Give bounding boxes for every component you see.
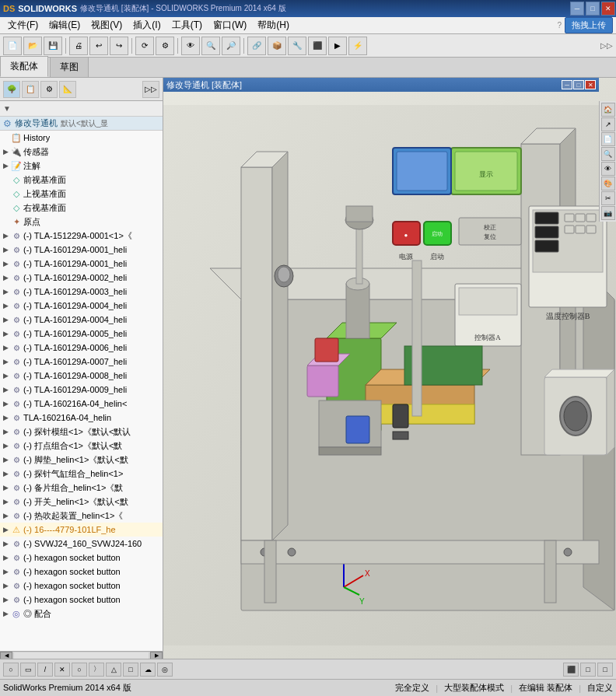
zoom-btn[interactable]: ↗ [601, 117, 615, 131]
list-item[interactable]: ▶ ⚙ (-) TLA-160129A-0002_heli [0, 271, 163, 285]
list-item[interactable]: ▶ ⚙ (-) 备片组合_helin<1>《默 [0, 481, 163, 495]
list-item[interactable]: ▶ ⚙ (-) TLA-160129A-0004_heli [0, 299, 163, 313]
list-item[interactable]: ▶ ⚙ (-) TLA-160129A-0004_heli [0, 313, 163, 327]
menu-item-help[interactable]: 帮助(H) [253, 17, 294, 33]
list-item[interactable]: ▶ ⚙ (-) TLA-160129A-0003_heli [0, 285, 163, 299]
display-style-btn[interactable]: 🔍 [601, 147, 615, 161]
tree-root-label[interactable]: 修改导通机 [15, 117, 58, 129]
new-button[interactable]: 📄 [3, 37, 22, 55]
dim-xpert-icon[interactable]: 📐 [59, 81, 76, 98]
options-button[interactable]: ⚙ [156, 37, 174, 55]
tree-item-top-plane[interactable]: ◇ 上视基准面 [0, 187, 163, 201]
list-item[interactable]: ▶ ⚙ (-) TLA-160129A-0001_heli [0, 243, 163, 257]
appearance-btn[interactable]: 🎨 [601, 177, 615, 191]
menu-item-file[interactable]: 文件(F) [3, 17, 43, 33]
menu-item-insert[interactable]: 插入(I) [128, 17, 165, 33]
mate-button[interactable]: 🔗 [247, 37, 266, 55]
save-button[interactable]: 💾 [44, 37, 62, 55]
menu-item-tools[interactable]: 工具(T) [167, 17, 207, 33]
sketch-trim-btn[interactable]: △ [106, 663, 121, 677]
list-item[interactable]: ▶ ⚙ (-) TLA-160216A-04_helin< [0, 397, 163, 411]
tab-assembly[interactable]: 装配体 [0, 56, 48, 77]
menu-item-view[interactable]: 视图(V) [86, 17, 127, 33]
tree-item-front-plane[interactable]: ◇ 前视基准面 [0, 173, 163, 187]
redo-button[interactable]: ↪ [110, 37, 128, 55]
list-item[interactable]: ▶ ⚙ (-) TLA-160129A-0005_heli [0, 327, 163, 341]
sketch-circle-btn[interactable]: ○ [3, 663, 19, 677]
motion-button[interactable]: ▶ [328, 37, 347, 55]
sketch-fill-btn[interactable]: □ [580, 663, 596, 677]
upload-button[interactable]: 拖拽上传 [565, 17, 613, 33]
list-item[interactable]: ▶ ⚙ (-) 探针模组<1>《默认<默认 [0, 425, 163, 439]
pattern-button[interactable]: ⬛ [308, 37, 327, 55]
close-button[interactable]: ✕ [601, 2, 615, 16]
undo-button[interactable]: ↩ [89, 37, 108, 55]
view-box-btn[interactable]: □ [597, 663, 613, 677]
menu-item-edit[interactable]: 编辑(E) [44, 17, 85, 33]
menu-item-window[interactable]: 窗口(W) [208, 17, 251, 33]
assembly-button[interactable]: 🔧 [288, 37, 306, 55]
list-item[interactable]: ▶ ⚙ (-) hexagon socket button [0, 593, 163, 607]
tree-default-label[interactable]: 默认<默认_显 [61, 118, 108, 129]
sketch-convert-btn[interactable]: ☁ [140, 663, 156, 677]
list-item[interactable]: ▶ ⚙ (-) hexagon socket button [0, 565, 163, 579]
view-button-2[interactable]: 🔍 [201, 37, 220, 55]
property-manager-icon[interactable]: 📋 [22, 81, 39, 98]
hide-show-btn[interactable]: 👁 [601, 162, 615, 176]
camera-btn[interactable]: 📷 [601, 206, 615, 220]
maximize-button[interactable]: □ [586, 2, 600, 16]
inner-minimize-btn[interactable]: ─ [562, 80, 572, 89]
home-view-btn[interactable]: 🏠 [601, 103, 615, 117]
list-item[interactable]: ▶ ⚙ (-) TLA-160129A-0001_heli [0, 257, 163, 271]
list-item[interactable]: ▶ ⚙ (-) hexagon socket button [0, 551, 163, 565]
tree-item-origin[interactable]: ✦ 原点 [0, 215, 163, 229]
list-item-warning[interactable]: ▶ ⚠ (-) 16----4779-101LF_he [0, 523, 163, 537]
scroll-left-btn[interactable]: ◀ [0, 652, 12, 659]
sketch-relation-btn[interactable]: ◎ [157, 663, 173, 677]
section-view-btn[interactable]: ✂ [601, 191, 615, 205]
list-item[interactable]: ▶ ⚙ (-) 探针气缸组合_helin<1> [0, 467, 163, 481]
inner-close-btn[interactable]: ✕ [585, 80, 596, 89]
list-item[interactable]: ▶ ⚙ (-) TLA-151229A-0001<1>《 [0, 229, 163, 243]
simulate-button[interactable]: ⚡ [348, 37, 367, 55]
sketch-plane-btn[interactable]: ⬛ [563, 663, 579, 677]
view-button-3[interactable]: 🔎 [222, 37, 240, 55]
list-item[interactable]: ▶ ⚙ (-) 脚垫_helin<1>《默认<默 [0, 453, 163, 467]
view-button-1[interactable]: 👁 [181, 37, 200, 55]
sketch-rect-btn[interactable]: ▭ [20, 663, 36, 677]
list-item[interactable]: ▶ ⚙ (-) TLA-160129A-0008_heli [0, 369, 163, 383]
list-item[interactable]: ▶ ⚙ (-) 打点组合<1>《默认<默 [0, 439, 163, 453]
minimize-button[interactable]: ─ [570, 2, 584, 16]
list-item[interactable]: ▶ ⚙ (-) SVWJ24_160_SVWJ24-160 [0, 537, 163, 551]
h-scrollbar[interactable]: ◀ ▶ [0, 651, 163, 659]
sketch-line-btn[interactable]: / [37, 663, 53, 677]
list-item[interactable]: ▶ ⚙ (-) TLA-160129A-0006_heli [0, 341, 163, 355]
configuration-manager-icon[interactable]: ⚙ [40, 81, 58, 98]
sketch-point-btn[interactable]: ✕ [54, 663, 70, 677]
list-item[interactable]: ▶ ⚙ TLA-160216A-04_helin [0, 411, 163, 425]
list-item[interactable]: ▶ ⚙ (-) TLA-160129A-0007_heli [0, 355, 163, 369]
list-item[interactable]: ▶ ⚙ (-) 开关_helin<1>《默认<默 [0, 495, 163, 509]
component-button[interactable]: 📦 [268, 37, 286, 55]
open-button[interactable]: 📂 [23, 37, 42, 55]
tree-item-notes[interactable]: ▶ 📝 注解 [0, 159, 163, 173]
print-button[interactable]: 🖨 [69, 37, 88, 55]
scroll-right-btn[interactable]: ▶ [150, 652, 163, 659]
list-item[interactable]: ▶ ⚙ (-) 热吹起装置_helin<1>《 [0, 509, 163, 523]
tree-item-sensors[interactable]: ▶ 🔌 传感器 [0, 145, 163, 159]
sketch-offset-btn[interactable]: □ [123, 663, 138, 677]
sketch-spline-btn[interactable]: 〉 [89, 663, 104, 677]
view-orient-btn[interactable]: 📄 [601, 132, 615, 146]
rebuild-button[interactable]: ⟳ [135, 37, 154, 55]
right-plane-icon: ◇ [11, 202, 22, 213]
tree-item-mates[interactable]: ▶ ◎ ◎ 配合 [0, 607, 163, 621]
collapse-icon[interactable]: ▷▷ [142, 81, 159, 98]
tree-item-right-plane[interactable]: ◇ 右视基准面 [0, 201, 163, 215]
feature-manager-icon[interactable]: 🌳 [3, 81, 20, 98]
list-item[interactable]: ▶ ⚙ (-) TLA-160129A-0009_heli [0, 383, 163, 397]
inner-maximize-btn[interactable]: □ [573, 80, 584, 89]
sketch-arc-btn[interactable]: ○ [72, 663, 87, 677]
tree-item-history[interactable]: 📋 History [0, 131, 163, 145]
list-item[interactable]: ▶ ⚙ (-) hexagon socket button [0, 579, 163, 593]
tab-sketch[interactable]: 草图 [50, 57, 89, 77]
